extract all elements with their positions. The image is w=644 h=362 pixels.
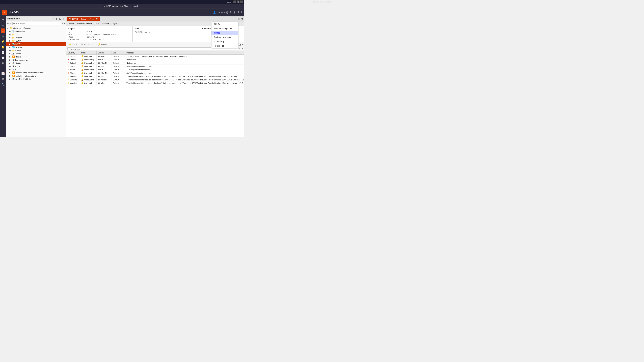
alarm-message: Threshold reached for data collection it… [125, 82, 244, 85]
sidebar-item-reports[interactable]: 📄 [1, 50, 5, 55]
alarm-row[interactable]: ⚠ Major 🔔 Outstanding 🖥 MikroTik Default… [66, 71, 244, 75]
severity-label: Critical [70, 59, 76, 61]
alarm-source: 🖥 MikroTik [96, 71, 112, 75]
severity-label: Major [70, 72, 75, 74]
sidebar-item-agents[interactable]: 🖥 [1, 61, 5, 65]
tree-item-printers[interactable]: ▶ 🖨 Printers [6, 52, 66, 55]
tree-item-network[interactable]: ▶ 🌐 Network [6, 45, 66, 49]
tools-menu-btn[interactable]: Tools ▾ [68, 22, 75, 25]
sidebar-item-settings[interactable]: ⚙ [1, 77, 5, 81]
dropdown-item-thresholds[interactable]: Thresholds [212, 44, 238, 48]
sidebar-item-objects[interactable]: ⬡ [1, 28, 5, 33]
tree-item-all[interactable]: ▶ 📁 All [6, 33, 66, 36]
printer-icon: 🖨 [12, 52, 14, 55]
close-button[interactable]: ✕ [240, 0, 243, 3]
dropdown-item-maintenance[interactable]: Maintenance journal [212, 26, 238, 31]
filter-input[interactable] [12, 22, 62, 25]
alarms-close2-btn[interactable]: ✕ [242, 43, 244, 46]
severity-critical-icon: ✖ [68, 62, 69, 64]
dropdown-item-802x[interactable]: 802.1x [212, 22, 238, 26]
tree-title: Infrastructure [8, 17, 20, 20]
node-icon: 🖥 [12, 62, 14, 64]
sub-tab-assets[interactable]: 🔑 Assets [96, 43, 108, 46]
alarm-row[interactable]: ⚠ Warning 🔔 Outstanding 🖥 MikroTik Defau… [66, 78, 244, 81]
alarm-severity: ⚠ Warning [66, 78, 80, 81]
tree-item-test-node[interactable]: ▶ 🖥 Test node down [6, 58, 66, 61]
tab-close-btn[interactable]: ✕ [96, 18, 98, 20]
sub-tab-search[interactable]: 🔍 Search Data [80, 43, 96, 46]
creation-label: Creation time [68, 38, 85, 40]
tree-item-label: Infrastructure Services [13, 27, 31, 29]
source-icon: 🖥 [98, 82, 100, 84]
info-icon[interactable]: ℹ [241, 11, 242, 14]
alarm-row[interactable]: ✖ Critical 🔔 Outstanding 🖥 MikroTik Defa… [66, 61, 244, 65]
sidebar-item-screens[interactable]: 🖵 [1, 66, 5, 71]
alarms-filter-clear-btn[interactable]: ✕ [241, 48, 243, 50]
sidebar-item-overview[interactable]: ⊞ [1, 18, 5, 22]
tree-item-iswifi[interactable]: ▶ 📡 isWiFi [6, 42, 66, 45]
alarm-severity: ✖ Critical [66, 58, 80, 61]
tree-back-btn[interactable]: ↰ [52, 17, 55, 20]
tree-item-label: All [16, 33, 18, 35]
sub-tab-alarms[interactable]: 🔔 Alarms [67, 43, 79, 46]
assets-tab-icon: 🔑 [98, 43, 100, 45]
poll-menu-btn[interactable]: Poll ▾ [94, 22, 100, 25]
tab-grid-btn[interactable]: ⊞ [237, 17, 240, 21]
tree-refresh-btn[interactable]: ↻ [62, 17, 65, 20]
class-value: Container [86, 36, 94, 38]
alarms-filter-edit-btn[interactable]: ✏ [239, 48, 241, 50]
object-id-row: ID 35958 [68, 31, 130, 33]
sidebar-item-map[interactable]: ◎ [1, 34, 5, 38]
alarms-detach-btn[interactable]: ⬔ [239, 43, 241, 46]
tree-item-others[interactable]: ▶ 📁 Others [6, 49, 66, 52]
filter-info-btn[interactable]: ℹ [62, 22, 63, 25]
tab-iswifi[interactable]: 📡 isWiFi Critical 📌 🔗 ✕ [67, 17, 100, 21]
alarm-row[interactable]: ⚠ Minor 🔔 Outstanding 🖥 wifi-1 Default I… [66, 55, 244, 58]
tree-forward-btn[interactable]: ↱ [56, 17, 58, 20]
sidebar-item-alarms[interactable]: 🔔 [1, 44, 5, 49]
tree-item-accesspoint[interactable]: ▶ 📡 accesspoint [6, 30, 66, 33]
tree-item-10-2-1-222[interactable]: ▶ 🖥 10.2.1.222 [6, 65, 66, 68]
severity-label: Minor [70, 55, 75, 57]
tree-item-router[interactable]: ▶ 🔀 Router [6, 55, 66, 58]
sidebar-item-logs[interactable]: 📋 [1, 55, 5, 60]
tab-detach-btn[interactable]: ⬔ [241, 17, 244, 21]
expand-icon: ▶ [10, 43, 12, 45]
logs-menu-btn[interactable]: Logs ▾ [111, 22, 118, 25]
maximize-button[interactable]: □ [237, 0, 240, 3]
tree-item-sw-shelf[interactable]: ▶ 🔀 sw-shelf.office.radensolutions.com [6, 71, 66, 74]
polls-panel-title: Polls [135, 27, 197, 30]
minimize-button[interactable]: − [234, 0, 236, 3]
dropdown-item-software[interactable]: Software Inventory [212, 35, 238, 39]
alarm-row[interactable]: ⚠ Warning 🔔 Outstanding 🖥 wifi-1 Default… [66, 81, 244, 85]
sidebar-item-graphs[interactable]: 📈 [1, 71, 5, 76]
sidebar-item-tools[interactable]: 🔧 [1, 82, 5, 87]
summary-tables-menu-btn[interactable]: Summary Tables ▾ [76, 22, 93, 25]
alarm-state: 🔔 Outstanding [80, 65, 96, 68]
alarm-source: 🖥 wifi-1 [96, 82, 112, 85]
tree-item-isagent[interactable]: ▶ 📁 IsAgent [6, 36, 66, 39]
tree-item-zev-thinkpad[interactable]: ▶ 💻 zev-ThinkPad-P50 [6, 77, 66, 81]
alarm-row[interactable]: ⚠ Major 🔔 Outstanding 🖥 ap-2 Default SNM… [66, 65, 244, 68]
alarm-row[interactable]: ⚠ Major 🔔 Outstanding 🖥 wifi-1 Default S… [66, 68, 244, 71]
alarm-row[interactable]: ⚠ Warning 🔔 Outstanding 🖥 ap-2 Default T… [66, 75, 244, 78]
tree-item-infra-services[interactable]: ▼ 📂 Infrastructure Services [6, 26, 66, 30]
alarm-row[interactable]: ✖ Critical 🔔 Outstanding 🖥 wifi-1 Defaul… [66, 58, 244, 61]
tree-item-ubuntu[interactable]: ▶ 🖥 Ubuntu [6, 61, 66, 65]
tree-item-10-5-2-1[interactable]: ▶ 🖥 10.5.2.1 [6, 68, 66, 71]
tree-item-issnmp[interactable]: ▶ 📁 IsSNMP [6, 39, 66, 42]
dropdown-item-nodes[interactable]: Nodes [212, 31, 238, 35]
state-icon: 🔔 [81, 82, 84, 84]
tree-filter-btn[interactable]: ⊞ [59, 17, 62, 20]
expand-icon: ▶ [10, 33, 12, 35]
dropdown-item-status-map[interactable]: Status Map [212, 39, 238, 44]
create-menu-btn[interactable]: Create ▾ [102, 22, 110, 25]
filter-clear-btn[interactable]: ✕ [64, 22, 65, 25]
sidebar-item-events[interactable]: ⚡ [1, 39, 5, 44]
tree-item-wall-office[interactable]: ▶ 🔀 wall.office.radensolutions.com [6, 74, 66, 77]
help-icon[interactable]: ? [238, 11, 239, 14]
severity-major-icon: ⚠ [68, 65, 70, 67]
settings-header-icon[interactable]: ⚙ [233, 11, 236, 14]
sidebar-item-monitor[interactable]: ◈ [1, 23, 5, 28]
state-label: Outstanding [84, 75, 94, 77]
